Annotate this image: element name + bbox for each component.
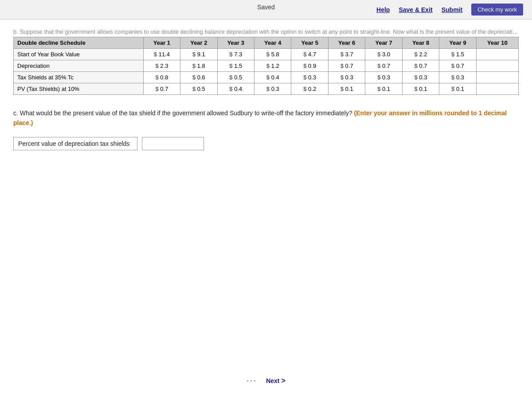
cell-r0-c3: $ 5.8 xyxy=(254,49,291,60)
cell-r2-c3: $ 0.4 xyxy=(254,72,291,83)
table-header-year10: Year 10 xyxy=(476,37,518,49)
cell-r3-c7: $ 0.1 xyxy=(402,83,439,95)
input-row: Percent value of depreciation tax shield… xyxy=(13,137,519,150)
dollar-sign: $ xyxy=(340,74,344,81)
dollar-sign: $ xyxy=(266,74,270,81)
cell-r0-c0: $ 11.4 xyxy=(143,49,180,60)
cell-r3-c6: $ 0.1 xyxy=(365,83,402,95)
check-my-work-button[interactable]: Check my work xyxy=(471,4,523,16)
table-header-year2: Year 2 xyxy=(180,37,217,49)
dollar-sign: $ xyxy=(266,51,270,58)
top-bar: Saved Help Save & Exit Submit Check my w… xyxy=(0,0,532,20)
cell-r2-c4: $ 0.3 xyxy=(291,72,328,83)
pagination-dots-icon: ··· xyxy=(246,376,257,385)
dollar-sign: $ xyxy=(303,86,306,92)
dollar-sign: $ xyxy=(377,51,380,58)
cell-r3-c3: $ 0.3 xyxy=(254,83,291,95)
dollar-sign: $ xyxy=(229,74,232,81)
question-b-header: b. Suppose that the government allows co… xyxy=(13,28,519,35)
cell-r2-c1: $ 0.6 xyxy=(180,72,217,83)
dollar-sign: $ xyxy=(229,51,232,58)
dollar-sign: $ xyxy=(192,74,196,81)
row-label-2: Tax Shields at 35% Tc xyxy=(14,72,144,83)
table-header-year4: Year 4 xyxy=(254,37,291,49)
dollar-sign: $ xyxy=(303,51,306,58)
dollar-sign: $ xyxy=(192,63,196,69)
cell-r1-c5: $ 0.7 xyxy=(328,60,365,72)
table-row: Start of Year Book Value$ 11.4$ 9.1$ 7.3… xyxy=(14,49,519,60)
dollar-sign: $ xyxy=(377,86,380,92)
cell-r1-c3: $ 1.2 xyxy=(254,60,291,72)
dollar-sign: $ xyxy=(192,86,196,92)
dollar-sign: $ xyxy=(340,86,344,92)
dollar-sign: $ xyxy=(451,63,454,69)
table-header-year6: Year 6 xyxy=(328,37,365,49)
cell-r2-c5: $ 0.3 xyxy=(328,72,365,83)
cell-r0-c7: $ 2.2 xyxy=(402,49,439,60)
dollar-sign: $ xyxy=(303,63,306,69)
dollar-sign: $ xyxy=(451,74,454,81)
cell-r1-c9 xyxy=(476,60,518,72)
cell-r2-c2: $ 0.5 xyxy=(217,72,254,83)
dollar-sign: $ xyxy=(415,74,418,81)
table-header-year8: Year 8 xyxy=(402,37,439,49)
dollar-sign: $ xyxy=(155,86,158,92)
cell-r3-c8: $ 0.1 xyxy=(439,83,476,95)
cell-r3-c0: $ 0.7 xyxy=(143,83,180,95)
next-arrow-icon: > xyxy=(282,377,286,385)
cell-r0-c1: $ 9.1 xyxy=(180,49,217,60)
cell-r3-c4: $ 0.2 xyxy=(291,83,328,95)
cell-r1-c8: $ 0.7 xyxy=(439,60,476,72)
table-header-year1: Year 1 xyxy=(143,37,180,49)
saved-indicator: Saved xyxy=(257,4,275,11)
cell-r1-c7: $ 0.7 xyxy=(402,60,439,72)
dollar-sign: $ xyxy=(415,63,418,69)
dollar-sign: $ xyxy=(415,51,418,58)
save-exit-button[interactable]: Save & Exit xyxy=(399,6,432,13)
dollar-sign: $ xyxy=(451,86,454,92)
double-decline-table: Double decline Schedule Year 1 Year 2 Ye… xyxy=(13,37,519,95)
dollar-sign: $ xyxy=(266,86,270,92)
cell-r2-c0: $ 0.8 xyxy=(143,72,180,83)
row-label-0: Start of Year Book Value xyxy=(14,49,144,60)
cell-r3-c9 xyxy=(476,83,518,95)
dollar-sign: $ xyxy=(155,74,158,81)
cell-r0-c5: $ 3.7 xyxy=(328,49,365,60)
submit-button[interactable]: Submit xyxy=(442,6,462,13)
help-button[interactable]: Help xyxy=(376,6,390,13)
cell-r3-c2: $ 0.4 xyxy=(217,83,254,95)
dollar-sign: $ xyxy=(340,51,344,58)
row-label-3: PV (Tax Shields) at 10% xyxy=(14,83,144,95)
next-button[interactable]: Next > xyxy=(266,377,286,385)
cell-r1-c1: $ 1.8 xyxy=(180,60,217,72)
cell-r3-c5: $ 0.1 xyxy=(328,83,365,95)
dollar-sign: $ xyxy=(154,51,157,58)
cell-r0-c9 xyxy=(476,49,518,60)
cell-r1-c0: $ 2.3 xyxy=(143,60,180,72)
cell-r3-c1: $ 0.5 xyxy=(180,83,217,95)
table-header-label: Double decline Schedule xyxy=(14,37,144,49)
table-header-year9: Year 9 xyxy=(439,37,476,49)
depreciation-tax-shields-input[interactable] xyxy=(142,137,204,150)
cell-r2-c8: $ 0.3 xyxy=(439,72,476,83)
dollar-sign: $ xyxy=(266,63,270,69)
table-header-year3: Year 3 xyxy=(217,37,254,49)
table-header-year5: Year 5 xyxy=(291,37,328,49)
dollar-sign: $ xyxy=(377,63,380,69)
cell-r2-c7: $ 0.3 xyxy=(402,72,439,83)
table-row: Tax Shields at 35% Tc$ 0.8$ 0.6$ 0.5$ 0.… xyxy=(14,72,519,83)
cell-r0-c2: $ 7.3 xyxy=(217,49,254,60)
table-header-year7: Year 7 xyxy=(365,37,402,49)
cell-r0-c8: $ 1.5 xyxy=(439,49,476,60)
dollar-sign: $ xyxy=(192,51,196,58)
dollar-sign: $ xyxy=(415,86,418,92)
row-label-1: Depreciation xyxy=(14,60,144,72)
cell-r1-c6: $ 0.7 xyxy=(365,60,402,72)
cell-r0-c4: $ 4.7 xyxy=(291,49,328,60)
question-c-text: c. What would be the present value of th… xyxy=(13,108,519,128)
dollar-sign: $ xyxy=(229,63,232,69)
cell-r1-c4: $ 0.9 xyxy=(291,60,328,72)
table-row: Depreciation$ 2.3$ 1.8$ 1.5$ 1.2$ 0.9$ 0… xyxy=(14,60,519,72)
bottom-nav: ··· Next > xyxy=(240,369,292,392)
cell-r2-c6: $ 0.3 xyxy=(365,72,402,83)
